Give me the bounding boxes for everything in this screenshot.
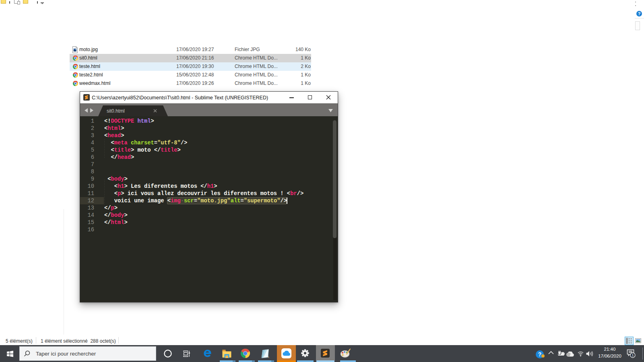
svg-text:1: 1: [632, 353, 634, 357]
